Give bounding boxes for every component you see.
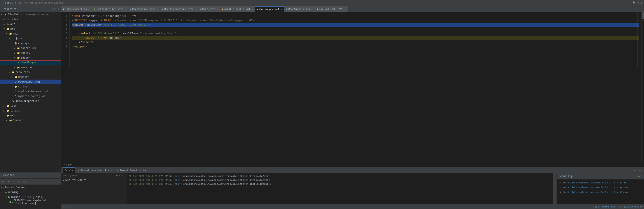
tab-usermapperjava[interactable]: UserMapper.java ✕ xyxy=(284,6,315,12)
services-stop-btn[interactable]: ■ xyxy=(6,180,10,184)
tree-item-jdbcprops[interactable]: 🔧 jdbc.properties xyxy=(0,99,61,104)
services-content: ▼ ☕ Tomcat Server ▼ ▶ Running ▼ Tomcat 8… xyxy=(0,185,61,209)
tab-pom[interactable]: pom.xml (SSM-MVC) ✕ xyxy=(315,6,348,12)
tab-close-localhost[interactable]: ✕ xyxy=(110,169,113,172)
services-add-btn[interactable]: + xyxy=(22,180,26,184)
tomcat-icon-catalina: ☕ xyxy=(117,169,118,172)
tab-close-uc[interactable]: ✕ xyxy=(124,8,126,10)
bottom-close-icon[interactable]: — xyxy=(638,168,642,172)
services-restart-btn[interactable]: ↺ xyxy=(12,180,16,184)
tree-item-content[interactable]: ▶ 📁 Content xyxy=(0,118,61,123)
service-war-exploded[interactable]: ✔ SSM-MVC:war exploded [Synchronized] xyxy=(0,200,61,204)
tab-userservice[interactable]: UserService.java ✕ xyxy=(128,6,160,12)
tab-mybatisconfig[interactable]: mybatis-config.xml ✕ xyxy=(220,6,255,12)
tab-close-us[interactable]: ✕ xyxy=(156,8,158,10)
tab-close-catalina[interactable]: ✕ xyxy=(148,169,150,172)
deploy-check-icon: ✔ xyxy=(63,179,64,182)
project-label[interactable]: Project xyxy=(2,2,13,4)
tree-item-main[interactable]: ▼ 📁 main xyxy=(0,32,61,36)
tab-close-um[interactable]: ✕ xyxy=(280,8,282,11)
event-close-icon[interactable]: — xyxy=(641,175,642,178)
tab-label-pom: pom.xml (SSM-MVC) xyxy=(319,8,344,10)
tab-close-usi[interactable]: ✕ xyxy=(194,8,196,10)
tab-usermapper[interactable]: UserMapper.xml ✕ xyxy=(255,6,284,12)
line-num-3: 3 xyxy=(61,23,67,27)
tree-item-mybatisconfig[interactable]: 🗒 mybatis-config.xml xyxy=(0,94,61,99)
deploy-item-label: SSM-MVC:war ▼ xyxy=(66,178,86,182)
deployment-item[interactable]: ✔ SSM-MVC:war ▼ xyxy=(63,178,125,182)
tree-item-comsys[interactable]: ▼ 📦 com.sys xyxy=(0,41,61,46)
bottom-settings-icon[interactable]: ⚙ xyxy=(632,168,637,172)
status-url[interactable]: https://blog.csdn.net/qq_2626266235 xyxy=(592,206,642,208)
tab-userserviceimpl[interactable]: UserServiceImpl.java ✕ xyxy=(160,6,198,12)
bottom-tab-tomcat-catalina[interactable]: ☕ Tomcat Catalina Log ✕ xyxy=(115,168,152,173)
tree-item-service[interactable]: ▶ 📁 service xyxy=(0,65,61,70)
search-icon[interactable]: 🔍 xyxy=(632,1,636,4)
bottom-tab-catalina-label: Tomcat Catalina Log xyxy=(120,169,147,172)
code-editor[interactable]: <?xml version="1.0" encoding="UTF-8"?> <… xyxy=(69,12,642,162)
line-num-1: 1 xyxy=(61,14,67,18)
tree-item-entity[interactable]: ▶ 📁 entity xyxy=(0,51,61,56)
event-link-3[interactable]: Build completed successfully in 2 s 953 … xyxy=(568,190,628,194)
scroll-down-btn[interactable]: ↓ xyxy=(554,177,556,179)
tree-item-mapper[interactable]: ▼ 📁 mapper xyxy=(0,56,61,60)
tree-item-resources[interactable]: ▼ 📁 resources xyxy=(0,70,61,75)
bottom-gear-icon[interactable]: ⚙ xyxy=(628,168,632,172)
scrollbar-track[interactable] xyxy=(642,12,644,162)
service-war-label: SSM-MVC:war exploded [Synchronized] xyxy=(14,199,59,205)
bottom-tab-server[interactable]: Server xyxy=(63,168,75,173)
tab-user[interactable]: User.java ✕ xyxy=(198,6,220,12)
settings-icon[interactable]: ⚙ xyxy=(638,1,639,4)
tree-item-applicationmvc[interactable]: 🗒 application-mvc.xml xyxy=(0,89,61,94)
bottom-area: Server ☕ Tomcat Localhost Log ✕ ☕ Tomcat… xyxy=(61,167,644,204)
tree-item-test[interactable]: ▶ 📁 test xyxy=(0,104,61,108)
code-line-4 xyxy=(72,27,639,32)
tree-item-usermapper-xml[interactable]: 🗒 UserMapper.xml xyxy=(0,80,61,84)
tree-item-src[interactable]: ▼ 📁 src xyxy=(0,27,61,32)
bottom-toolbar-icons: ⚙ ⚙ — xyxy=(628,168,642,172)
scroll-up-btn[interactable]: ↑ xyxy=(554,174,556,176)
tree-item-ssm-mvc[interactable]: ▼ ◉ SSM-MVC D:\IdeaProjects\SSM-MVC xyxy=(0,12,61,17)
tab-close-pom[interactable]: ✕ xyxy=(344,8,346,10)
event-link-1[interactable]: Build completed successfully in 4 s 27 m… xyxy=(568,181,627,185)
gear-icon[interactable]: ⚙ xyxy=(52,8,54,10)
services-label: Services xyxy=(2,174,14,177)
tree-item-spring[interactable]: ▼ 📁 spring xyxy=(0,84,61,89)
layout-icon[interactable]: ≡ xyxy=(55,8,57,10)
code-line-1: <?xml version="1.0" encoding="UTF-8"?> xyxy=(72,14,639,18)
settings2-icon[interactable]: ⚙ xyxy=(58,8,59,10)
tree-item-idea[interactable]: ▶ 🗂 .idea xyxy=(0,17,61,22)
bottom-tab-server-label: Server xyxy=(65,169,74,172)
service-running[interactable]: ▼ ▶ Running xyxy=(0,190,61,195)
code-line-8: </mapper> xyxy=(72,44,639,49)
scrollbar-thumb[interactable] xyxy=(642,12,644,19)
tree-item-mappers[interactable]: ▼ 📁 mappers xyxy=(0,75,61,80)
output-line-1: 20-Sep-2020 19:41:57.276 洪℃佬 [main] org.… xyxy=(128,174,551,178)
event-settings-icon[interactable]: ⚙ xyxy=(638,175,640,178)
project-title[interactable]: Project ▼ xyxy=(2,8,16,11)
tree-item-controller[interactable]: ▶ 📁 controller xyxy=(0,46,61,51)
bottom-tab-tomcat-localhost[interactable]: ☕ Tomcat Localhost Log ✕ xyxy=(76,168,114,173)
event-gear-icon[interactable]: ⚙ xyxy=(636,175,637,178)
tab-close-u[interactable]: ✕ xyxy=(216,8,218,10)
service-tomcat-server[interactable]: ▼ ☕ Tomcat Server xyxy=(0,185,61,190)
services-run-btn[interactable]: ▶ xyxy=(1,180,5,184)
tab-close-jdbc[interactable]: ✕ xyxy=(88,8,90,10)
tree-item-out[interactable]: ▶ 🗂 out xyxy=(0,22,61,27)
project-dropdown-icon: ▼ xyxy=(14,2,16,4)
tab-close-mc[interactable]: ✕ xyxy=(251,8,253,10)
tab-usercontroller[interactable]: UserController.java ✕ xyxy=(92,6,128,12)
event-link-2[interactable]: Build completed successfully in 2 s 882 … xyxy=(568,186,628,190)
tree-item-target[interactable]: ▶ 📁 target xyxy=(0,108,61,113)
services-bar-label: Services xyxy=(0,172,61,178)
line-num-5: 5 xyxy=(61,32,67,36)
tab-jdbc[interactable]: jdbc.properties ✕ xyxy=(61,6,92,12)
line-num-7: 7 xyxy=(61,40,67,44)
services-toolbar: ▶ ■ ↺ ≡ + xyxy=(0,178,61,185)
tree-item-usermapper-java[interactable]: ● UserMapper xyxy=(0,60,61,65)
services-group-btn[interactable]: ≡ xyxy=(16,180,21,184)
tree-item-web[interactable]: ▼ 📁 web xyxy=(0,113,61,118)
tab-close-umj[interactable]: ✕ xyxy=(311,8,313,10)
tree-item-java[interactable]: ▼ ☕ java xyxy=(0,36,61,41)
output-line-3: 20-Sep-2020 19:41:57.280 洪℃佬 [main] org.… xyxy=(128,182,551,186)
